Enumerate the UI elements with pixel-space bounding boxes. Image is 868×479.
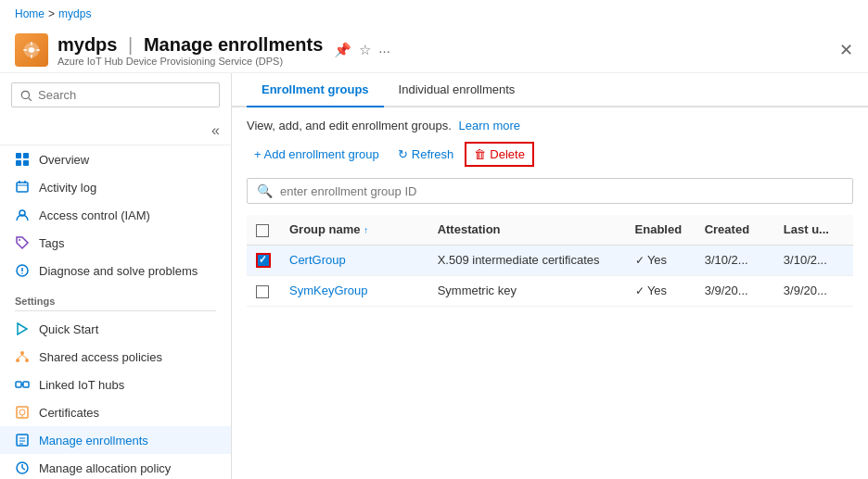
breadcrumb-separator: > (48, 7, 55, 20)
svg-line-33 (22, 468, 25, 470)
sidebar-item-label: Tags (39, 236, 64, 250)
row-enabled: ✓ Yes (626, 276, 696, 307)
settings-section-label: Settings (0, 284, 231, 310)
collapse-icon[interactable]: « (211, 122, 220, 139)
refresh-button[interactable]: ↻ Refresh (390, 144, 462, 165)
more-icon[interactable]: ··· (378, 43, 390, 58)
svg-rect-21 (16, 382, 21, 387)
group-name-link[interactable]: SymKeyGroup (289, 284, 368, 297)
sidebar-item-manage-allocation[interactable]: Manage allocation policy (0, 454, 231, 479)
delete-icon: 🗑 (474, 147, 486, 161)
sort-icon: ↑ (364, 225, 368, 235)
refresh-icon: ↻ (398, 147, 408, 161)
group-name-link[interactable]: CertGroup (289, 253, 346, 267)
page-title: Manage enrollments (144, 34, 323, 55)
sidebar-item-tags[interactable]: Tags (0, 229, 231, 257)
sidebar-item-label: Diagnose and solve problems (39, 264, 198, 278)
enrollment-search-input[interactable] (280, 184, 843, 198)
delete-label: Delete (490, 147, 525, 161)
sidebar-item-label: Shared access policies (39, 350, 162, 364)
sidebar-item-certificates[interactable]: Certificates (0, 398, 231, 426)
sidebar-item-label: Overview (39, 153, 89, 167)
info-line: View, add, and edit enrollment groups. L… (247, 119, 853, 132)
breadcrumb-current[interactable]: mydps (58, 7, 91, 20)
content-area: Enrollment groups Individual enrollments… (232, 73, 868, 479)
quickstart-icon (15, 321, 30, 336)
sidebar-item-activity-log[interactable]: Activity log (0, 173, 231, 201)
table-header-row: Group name ↑ Attestation Enabled Created (247, 215, 853, 245)
enabled-checkmark: ✓ (635, 284, 647, 297)
col-header-attestation[interactable]: Attestation (428, 215, 626, 245)
svg-line-20 (22, 355, 27, 359)
learn-more-link[interactable]: Learn more (459, 119, 520, 132)
row-attestation: X.509 intermediate certificates (428, 245, 626, 276)
row-attestation: Symmetric key (428, 276, 626, 307)
svg-rect-3 (23, 153, 29, 158)
breadcrumb-home[interactable]: Home (15, 7, 45, 20)
sidebar-item-shared-access[interactable]: Shared access policies (0, 343, 231, 371)
row-checkbox[interactable]: ✓ (256, 253, 271, 268)
col-header-group-name[interactable]: Group name ↑ (280, 215, 428, 245)
sidebar-collapse: « (0, 117, 231, 145)
sidebar: « Overview Activity log Access control (… (0, 73, 232, 479)
sidebar-item-quick-start[interactable]: Quick Start (0, 315, 231, 343)
svg-point-17 (16, 359, 19, 362)
col-enabled-label: Enabled (635, 222, 683, 236)
sidebar-item-linked-iot[interactable]: Linked IoT hubs (0, 371, 231, 398)
sidebar-item-label: Activity log (39, 181, 96, 195)
row-last-updated: 3/10/2... (774, 245, 853, 276)
delete-button[interactable]: 🗑 Delete (465, 142, 534, 167)
row-group-name: SymKeyGroup (280, 276, 428, 307)
refresh-label: Refresh (412, 147, 454, 161)
svg-rect-5 (23, 160, 29, 166)
add-enrollment-button[interactable]: + Add enrollment group (247, 144, 387, 165)
sidebar-item-label: Manage enrollments (39, 434, 148, 447)
svg-point-11 (19, 239, 20, 241)
col-header-enabled[interactable]: Enabled (626, 215, 696, 245)
svg-point-1 (29, 47, 34, 53)
svg-rect-6 (17, 183, 28, 192)
row-group-name: CertGroup (280, 245, 428, 276)
col-header-created[interactable]: Created (696, 215, 774, 245)
search-icon: 🔍 (257, 183, 273, 198)
select-all-checkbox[interactable] (256, 224, 269, 237)
svg-point-16 (20, 351, 24, 355)
close-button[interactable]: ✕ (839, 42, 853, 58)
row-checkbox[interactable] (256, 285, 269, 298)
header-title-block: mydps | Manage enrollments Azure IoT Hub… (57, 34, 323, 67)
sidebar-item-label: Manage allocation policy (39, 461, 171, 475)
header-subtitle: Azure IoT Hub Device Provisioning Servic… (57, 56, 323, 67)
sidebar-item-label: Certificates (39, 406, 99, 420)
sidebar-item-diagnose[interactable]: Diagnose and solve problems (0, 257, 231, 284)
col-last-label: Last u... (784, 222, 829, 236)
row-created: 3/10/2... (696, 245, 774, 276)
row-checkbox-cell: ✓ (247, 245, 280, 276)
shared-icon (15, 349, 30, 364)
col-header-last-updated[interactable]: Last u... (774, 215, 853, 245)
search-input[interactable] (11, 82, 220, 107)
sidebar-item-access-control[interactable]: Access control (IAM) (0, 201, 231, 229)
sidebar-item-overview[interactable]: Overview (0, 145, 231, 173)
tab-enrollment-groups[interactable]: Enrollment groups (247, 73, 384, 107)
star-icon[interactable]: ☆ (359, 42, 371, 58)
access-icon (15, 208, 30, 222)
svg-line-19 (18, 355, 22, 359)
svg-marker-15 (18, 323, 27, 334)
svg-rect-4 (16, 160, 21, 166)
linked-icon (15, 377, 30, 392)
row-checkbox-cell (247, 276, 280, 307)
sidebar-item-label: Access control (IAM) (39, 208, 150, 222)
sidebar-item-label: Linked IoT hubs (39, 378, 124, 392)
tab-individual-enrollments[interactable]: Individual enrollments (384, 73, 530, 107)
enabled-checkmark: ✓ (635, 254, 647, 267)
svg-rect-2 (16, 153, 21, 158)
sidebar-item-manage-enrollments[interactable]: Manage enrollments (0, 426, 231, 454)
table-row: ✓ CertGroup X.509 intermediate certifica… (247, 245, 853, 276)
info-text: View, add, and edit enrollment groups. (247, 119, 452, 132)
toolbar: + Add enrollment group ↻ Refresh 🗑 Delet… (247, 142, 853, 167)
row-created: 3/9/20... (696, 276, 774, 307)
col-group-name-label: Group name (289, 222, 361, 236)
content-body: View, add, and edit enrollment groups. L… (232, 107, 868, 479)
pin-icon[interactable]: 📌 (334, 42, 351, 58)
manage-icon (15, 433, 30, 447)
